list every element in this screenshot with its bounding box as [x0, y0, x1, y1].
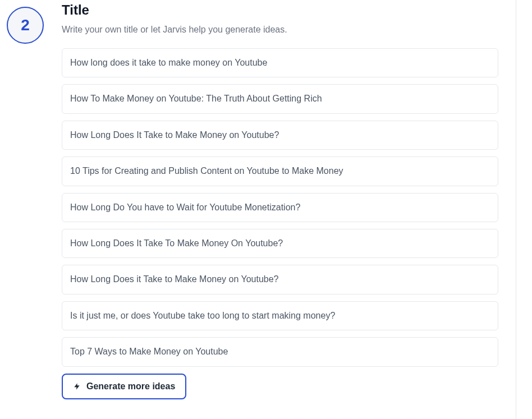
- step-number: 2: [21, 16, 30, 34]
- suggestion-item[interactable]: 10 Tips for Creating and Publish Content…: [62, 156, 498, 186]
- section-subtitle: Write your own title or let Jarvis help …: [62, 25, 498, 35]
- section-title: Title: [62, 2, 498, 18]
- suggestion-item[interactable]: How To Make Money on Youtube: The Truth …: [62, 84, 498, 113]
- suggestions-list: How long does it take to make money on Y…: [62, 48, 498, 367]
- suggestion-item[interactable]: How Long Does It Take To Make Money On Y…: [62, 229, 498, 258]
- suggestion-item[interactable]: How Long Does It Take to Make Money on Y…: [62, 121, 498, 150]
- suggestion-item[interactable]: Is it just me, or does Youtube take too …: [62, 301, 498, 330]
- generate-more-label: Generate more ideas: [86, 381, 175, 392]
- suggestion-item[interactable]: How long does it take to make money on Y…: [62, 48, 498, 77]
- right-border: [516, 0, 516, 419]
- suggestion-item[interactable]: Top 7 Ways to Make Money on Youtube: [62, 337, 498, 366]
- step-indicator: 2: [7, 7, 44, 44]
- generate-more-button[interactable]: Generate more ideas: [62, 374, 186, 399]
- suggestion-item[interactable]: How Long Do You have to Wait for Youtube…: [62, 193, 498, 222]
- bolt-icon: [73, 383, 81, 390]
- suggestion-item[interactable]: How Long Does it Take to Make Money on Y…: [62, 265, 498, 294]
